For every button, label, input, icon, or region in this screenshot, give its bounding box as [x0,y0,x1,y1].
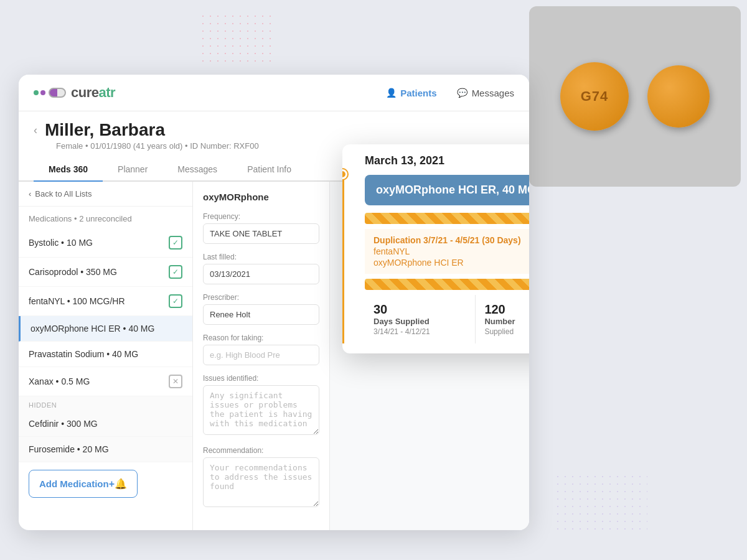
app-name: cureatr [71,85,115,101]
days-supplied-box: 30 Days Supplied 3/14/21 - 4/12/21 [365,295,476,343]
nav-patients-label: Patients [400,88,436,98]
med-item-oxymorphone[interactable]: oxyMORphone HCI ER • 40 MG [19,316,192,342]
prescriber-value[interactable]: Renee Holt [203,304,319,325]
duplication-box: Duplication 3/7/21 - 4/5/21 (30 Days) fe… [365,229,529,274]
duplication-title: Duplication 3/7/21 - 4/5/21 (30 Days) [374,235,529,245]
back-to-lists[interactable]: ‹ Back to All Lists [19,182,192,207]
left-panel: ‹ Back to All Lists Medications • 2 unre… [19,182,193,530]
warning-stripe-bottom [365,279,529,290]
warning-stripe-top [365,213,529,224]
right-panel: March 13, 2021 Pharmacy: Walgreens 12034… [330,182,529,530]
med-name: Bystolic • 10 MG [29,238,93,248]
patients-icon: 👤 [385,87,397,98]
frequency-label: Frequency: [203,212,319,221]
content-area: ‹ Back to All Lists Medications • 2 unre… [19,182,529,530]
med-name: Xanax • 0.5 MG [29,376,90,386]
tab-planner[interactable]: Planner [103,158,162,182]
x-icon-xanax: ✕ [169,375,182,388]
med-item-furosemide[interactable]: Furosemide • 20 MG [19,437,192,462]
days-supplied-label: Days Supplied [374,317,466,326]
popup-date: March 13, 2021 [365,154,444,167]
pill-plain [647,65,710,128]
stats-row: 30 Days Supplied 3/14/21 - 4/12/21 120 N… [365,295,529,343]
back-to-lists-label: Back to All Lists [35,189,92,198]
frequency-value[interactable]: TAKE ONE TABLET [203,223,319,244]
recommendation-textarea[interactable]: Your recommendations to address the issu… [203,457,319,507]
reason-label: Reason for taking: [203,334,319,342]
logo-icon [34,88,66,98]
patient-name: Miller, Barbara [45,120,165,140]
duplication-med1: fentaNYL [374,246,529,256]
patient-age: 41 years old [136,141,180,151]
logo-dot-purple [40,90,45,95]
add-medication-plus-icon: +🔔 [109,478,127,490]
medications-section-header: Medications • 2 unreconciled [19,207,192,228]
patient-dob: 01/01/1980 [90,141,131,151]
nav-links: 👤 Patients 💬 Messages [385,87,514,98]
logo: cureatr [34,85,115,101]
prescriber-label: Prescriber: [203,293,319,302]
middle-panel-title: oxyMORphone [203,192,319,202]
med-item-bystolic[interactable]: Bystolic • 10 MG ✓ [19,228,192,258]
middle-panel: oxyMORphone Frequency: TAKE ONE TABLET L… [193,182,330,530]
patient-id: ID Number: RXF00 [190,141,259,151]
tab-messages[interactable]: Messages [162,158,232,182]
days-supplied-dates: 3/14/21 - 4/12/21 [374,327,466,336]
pill-label: G74 [581,88,609,105]
med-item-pravastatin[interactable]: Pravastatin Sodium • 40 MG [19,342,192,367]
duplication-med2: oxyMORphone HCI ER [374,258,529,268]
app-header: cureatr 👤 Patients 💬 Messages [19,75,529,111]
popup-med-name: oxyMORphone HCI ER, 40 MG [365,175,529,205]
issues-textarea[interactable]: Any significant issues or problems the p… [203,385,319,435]
issues-label: Issues identified: [203,374,319,383]
check-icon-bystolic: ✓ [169,236,182,250]
med-name: oxyMORphone HCI ER • 40 MG [31,324,154,334]
patient-gender: Female [56,141,83,151]
messages-icon: 💬 [457,87,468,98]
tab-patient-info[interactable]: Patient Info [232,158,306,182]
main-card: cureatr 👤 Patients 💬 Messages ‹ Miller, … [19,75,529,530]
med-item-cefdinir[interactable]: Cefdinir • 300 MG [19,411,192,437]
pill-with-text: G74 [560,62,629,131]
last-filled-value[interactable]: 03/13/2021 [203,264,319,284]
number-supplied-value: 120 [484,302,529,317]
med-name: Furosemide • 20 MG [29,444,109,454]
decorative-dots-bottom-right [554,473,647,535]
recommendation-label: Recommendation: [203,446,319,455]
logo-dot-green [34,90,39,95]
med-name: fentaNYL • 100 MCG/HR [29,296,125,306]
timeline-line [342,179,344,343]
decorative-dots-top [199,12,274,62]
popup-header: March 13, 2021 Pharmacy: Walgreens 12034 [352,144,529,175]
pill-image-container: G74 [529,6,741,187]
back-chevron-icon: ‹ [29,189,31,198]
tab-meds360[interactable]: Meds 360 [34,158,103,182]
nav-messages[interactable]: 💬 Messages [457,87,514,98]
days-supplied-number: 30 [374,302,466,317]
add-medication-label: Add Medication [39,478,109,489]
add-medication-button[interactable]: Add Medication +🔔 [29,470,138,498]
med-name: Cefdinir • 300 MG [29,419,98,429]
number-supplied-box: 120 Number Supplied [476,295,529,343]
number-supplied-sublabel: Supplied [484,327,529,336]
nav-messages-label: Messages [472,88,514,98]
timeline-indicator [342,169,347,179]
back-arrow[interactable]: ‹ [34,124,37,137]
check-icon-carisoprodol: ✓ [169,265,182,279]
med-item-fentanyl[interactable]: fentaNYL • 100 MCG/HR ✓ [19,287,192,316]
popup-card: March 13, 2021 Pharmacy: Walgreens 12034… [342,144,529,353]
med-name: Carisoprodol • 350 MG [29,267,117,277]
med-item-xanax[interactable]: Xanax • 0.5 MG ✕ [19,367,192,396]
hidden-label: HIDDEN [19,396,192,411]
logo-capsule [49,88,66,98]
reason-input[interactable]: e.g. High Blood Pre [203,345,319,365]
nav-patients[interactable]: 👤 Patients [385,87,436,98]
med-item-carisoprodol[interactable]: Carisoprodol • 350 MG ✓ [19,258,192,287]
med-name: Pravastatin Sodium • 40 MG [29,349,138,359]
number-supplied-label: Number [484,317,529,326]
last-filled-label: Last filled: [203,253,319,261]
check-icon-fentanyl: ✓ [169,294,182,308]
